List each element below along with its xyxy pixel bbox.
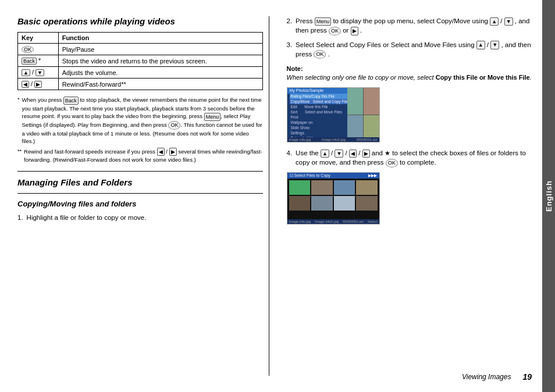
back-small-icon: Back — [63, 97, 79, 105]
scr2-cell-2 — [311, 180, 333, 195]
footnote-1: * When you press Back to stop playback, … — [17, 96, 263, 145]
left-icon: ◀ — [22, 81, 29, 88]
vol-up-icon: ▲ — [22, 69, 30, 76]
star-icon: ★ — [385, 149, 390, 156]
ok-icon-4: OK — [386, 159, 398, 168]
right-column: 2. Press Menu to display the pop up menu… — [281, 16, 532, 376]
vol-down-icon: ▼ — [35, 69, 44, 76]
menu-small-icon: Menu — [204, 113, 221, 122]
thumb-1 — [347, 88, 363, 115]
scr2-cell-6 — [311, 196, 333, 211]
english-tab: English — [542, 0, 555, 392]
menu-icon: Menu — [315, 17, 332, 26]
step-2-text: Press Menu to display the pop up menu, s… — [296, 16, 532, 35]
ok-icon-3: OK — [314, 50, 326, 59]
scr-title-text: My Photos/Sample — [290, 88, 324, 93]
ok-icon-2: OK — [329, 27, 341, 35]
footnotes: * When you press Back to stop playback, … — [17, 96, 263, 163]
right-small-icon: ▶ — [169, 148, 177, 156]
thumb-2 — [364, 88, 379, 115]
footer-label: Viewing Images — [462, 373, 511, 381]
scr2-cell-5 — [289, 196, 311, 211]
scr-info-left: Image info.jpg — [289, 138, 311, 141]
scr2-info: ▶▶▶ — [368, 173, 377, 178]
col-header-function: Function — [58, 33, 262, 44]
screenshot-1: My Photos/Sample ▶▶▶ Rating Files/Copy t… — [287, 87, 380, 142]
section-title-basic: Basic operations while playing videos — [17, 16, 263, 26]
page: Basic operations while playing videos Ke… — [0, 0, 555, 392]
right-arrow-icon: ▶ — [351, 27, 358, 35]
page-footer: Viewing Images 19 — [462, 372, 532, 382]
key-cell: ◀ / ▶ — [18, 79, 59, 90]
scr2-cell-8 — [356, 196, 378, 211]
footnote-text-2: Rewind and fast-forward speeds increase … — [24, 148, 262, 164]
scr-titlebar-2: ☑ Select Files to Copy ▶▶▶ — [287, 173, 379, 179]
key-cell: Back * — [18, 55, 59, 67]
down-icon-3: ▼ — [490, 41, 499, 49]
left-column: Basic operations while playing videos Ke… — [17, 16, 269, 376]
table-row: ◀ / ▶ Rewind/Fast-forward** — [18, 79, 263, 90]
back-icon: Back — [22, 58, 37, 65]
step-2: 2. Press Menu to display the pop up menu… — [287, 16, 532, 35]
note-text: When selecting only one file to copy or … — [287, 73, 532, 82]
step-4: 4. Use the ▲ / ▼ / ◀ / ▶ and ★ to select… — [287, 148, 532, 168]
table-row: OK Play/Pause — [18, 44, 263, 55]
step-3-text: Select Select and Copy Files or Select a… — [296, 40, 532, 59]
step-2-number: 2. — [287, 16, 293, 35]
table-row: Back * Stops the video and returns to th… — [18, 55, 263, 67]
key-cell: OK — [18, 44, 59, 55]
section-divider — [17, 171, 263, 172]
down-icon: ▼ — [504, 17, 513, 26]
scr2-cell-7 — [334, 196, 355, 211]
scr-info-right: 00000001.avi — [356, 138, 377, 141]
col-header-key: Key — [18, 33, 59, 44]
footnote-marker-1: * — [17, 96, 20, 145]
page-number: 19 — [522, 372, 532, 382]
subsection-title-copying: Copying/Moving files and folders — [17, 199, 263, 208]
screenshot-2: ☑ Select Files to Copy ▶▶▶ Image info.jp… — [287, 172, 380, 224]
up-icon-3: ▲ — [476, 41, 485, 49]
scr2-info-right: 00000001.avi — [343, 220, 364, 223]
key-cell: ▲ / ▼ — [18, 67, 59, 79]
function-cell: Adjusts the volume. — [58, 67, 262, 79]
scr-info-mid: Image info2.jpg — [322, 138, 346, 141]
down-icon-4: ▼ — [335, 149, 343, 158]
scr-bottom-bar: Image info.jpg Image info2.jpg 00000001.… — [287, 137, 379, 142]
ok-small-icon: OK — [168, 121, 180, 130]
step-1-number: 1. — [17, 213, 23, 222]
step-1: 1. Highlight a file or folder to copy or… — [17, 213, 263, 222]
ok-icon: OK — [22, 46, 34, 53]
screenshot-1-inner: My Photos/Sample ▶▶▶ Rating Files/Copy t… — [287, 88, 379, 142]
step-4-number: 4. — [287, 148, 293, 168]
section-divider-2 — [17, 193, 263, 194]
scr2-title-text: ☑ Select Files to Copy — [290, 173, 330, 178]
scr2-cell-1 — [289, 180, 311, 195]
scr2-cell-4 — [356, 180, 378, 195]
left-small-icon: ◀ — [157, 148, 165, 156]
scr2-info-left: Image info.jpg — [289, 220, 311, 223]
step-4-text: Use the ▲ / ▼ / ◀ / ▶ and ★ to select th… — [296, 148, 532, 168]
right-icon-4: ▶ — [362, 149, 370, 158]
step-3: 3. Select Select and Copy Files or Selec… — [287, 40, 532, 59]
scr2-cell-3 — [334, 180, 355, 195]
function-cell: Play/Pause — [58, 44, 262, 55]
right-icon: ▶ — [34, 81, 42, 88]
note-title: Note: — [287, 65, 532, 73]
step-1-text: Highlight a file or folder to copy or mo… — [27, 213, 147, 222]
left-icon-4: ◀ — [349, 149, 357, 158]
function-cell: Stops the video and returns to the previ… — [58, 55, 262, 67]
footnote-text-1: When you press Back to stop playback, th… — [22, 96, 263, 145]
key-function-table: Key Function OK Play/Pause Back * — [17, 32, 263, 90]
scr2-select-button: Select — [368, 220, 378, 223]
function-cell: Rewind/Fast-forward** — [58, 79, 262, 90]
scr2-grid — [287, 179, 379, 212]
section-title-managing: Managing Files and Folders — [17, 177, 263, 187]
scr-body: Rating Files/Copy this File Copy/Move Se… — [287, 94, 379, 140]
up-icon: ▲ — [490, 17, 499, 26]
scr-thumb-grid — [347, 88, 379, 142]
step-3-number: 3. — [287, 40, 293, 59]
table-row: ▲ / ▼ Adjusts the volume. — [18, 67, 263, 79]
footnote-marker-2: ** — [17, 148, 22, 164]
note-block: Note: When selecting only one file to co… — [287, 65, 532, 83]
scr2-info-mid: Image info2.jpg — [315, 220, 339, 223]
